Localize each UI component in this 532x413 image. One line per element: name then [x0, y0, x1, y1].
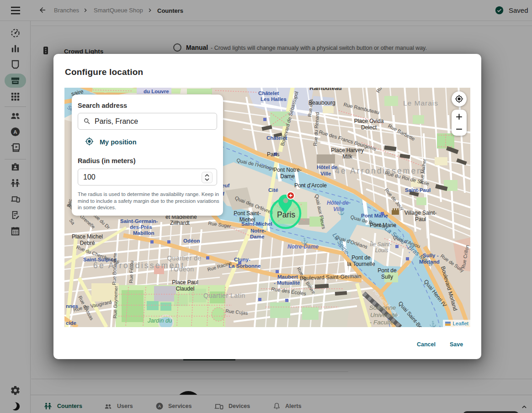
svg-text:Pont Saint-: Pont Saint-	[234, 210, 261, 217]
svg-text:Dame: Dame	[280, 173, 295, 180]
svg-text:Maubert: Maubert	[277, 274, 298, 280]
svg-text:Pont d'Arcole: Pont d'Arcole	[294, 182, 327, 189]
svg-text:Place Harvey: Place Harvey	[331, 147, 363, 154]
svg-text:⚓: ⚓	[429, 320, 437, 327]
svg-text:Ville: Ville	[320, 171, 331, 176]
svg-text:Place Paul: Place Paul	[172, 279, 198, 286]
svg-text:Sorbonne: Sorbonne	[369, 304, 396, 311]
svg-text:Pont de: Pont de	[378, 267, 397, 274]
svg-text:Louis: Louis	[375, 247, 388, 254]
svg-text:Les Halles: Les Halles	[261, 96, 287, 102]
svg-text:Debré: Debré	[80, 240, 95, 246]
svg-text:Saint-Germain-: Saint-Germain-	[120, 218, 158, 224]
svg-text:l'Odéon: l'Odéon	[170, 265, 194, 273]
svg-text:Paul: Paul	[415, 216, 426, 222]
svg-text:- Mutualité: - Mutualité	[274, 280, 300, 286]
svg-text:⚓: ⚓	[301, 237, 309, 245]
svg-text:du Louvre: du Louvre	[144, 89, 169, 94]
svg-text:Notre-: Notre-	[250, 228, 266, 233]
svg-text:Châtelet: Châtelet	[258, 90, 279, 96]
svg-text:Zillhardt: Zillhardt	[170, 220, 190, 226]
svg-text:Île Saint-: Île Saint-	[370, 241, 391, 248]
svg-text:Pont Notre-: Pont Notre-	[273, 167, 301, 173]
svg-text:cide: cide	[66, 320, 76, 326]
svg-text:Rambuteau: Rambuteau	[309, 88, 342, 91]
svg-text:Milk: Milk	[342, 154, 352, 160]
svg-text:Mabillon: Mabillon	[133, 230, 154, 236]
svg-text:Paris: Paris	[267, 151, 279, 158]
svg-text:Place Michel: Place Michel	[72, 233, 103, 240]
svg-text:Place Ovida: Place Ovida	[354, 118, 384, 124]
svg-text:Pont de: Pont de	[351, 254, 371, 261]
svg-text:Claudel: Claudel	[176, 286, 195, 292]
svg-text:Cité: Cité	[268, 187, 278, 193]
svg-text:Cluny-: Cluny-	[234, 257, 250, 262]
svg-text:Saint-Paul: Saint-Paul	[405, 187, 431, 193]
svg-text:Hôtel de: Hôtel de	[317, 164, 337, 170]
svg-text:Le Marais: Le Marais	[403, 99, 438, 107]
svg-text:Rue Férou: Rue Férou	[128, 260, 134, 283]
svg-text:4e Arrondissement: 4e Arrondissement	[335, 166, 426, 175]
svg-text:des-Prés: des-Prés	[130, 224, 152, 230]
svg-text:Université: Université	[370, 312, 398, 318]
svg-text:Jardin du: Jardin du	[147, 317, 172, 324]
svg-text:- Faculté: - Faculté	[370, 319, 394, 326]
svg-text:Rue Guynemer: Rue Guynemer	[112, 286, 118, 318]
svg-text:Quartier de: Quartier de	[167, 254, 202, 262]
svg-text:La Sorbonne: La Sorbonne	[229, 263, 261, 269]
svg-text:Village Saint-: Village Saint-	[404, 210, 437, 216]
svg-text:⚓: ⚓	[337, 208, 345, 216]
svg-text:Hôtel-de-: Hôtel-de-	[327, 200, 351, 206]
svg-text:Dame: Dame	[250, 234, 264, 239]
svg-text:Sully: Sully	[381, 274, 393, 280]
svg-text:la Tournelle: la Tournelle	[347, 261, 375, 267]
svg-text:Notre-Dame: Notre-Dame	[287, 244, 319, 250]
svg-text:Delect: Delect	[361, 124, 377, 131]
svg-text:Michel: Michel	[239, 217, 255, 223]
svg-text:Quartier Latin: Quartier Latin	[203, 292, 245, 299]
svg-text:Odéon: Odéon	[183, 238, 200, 244]
